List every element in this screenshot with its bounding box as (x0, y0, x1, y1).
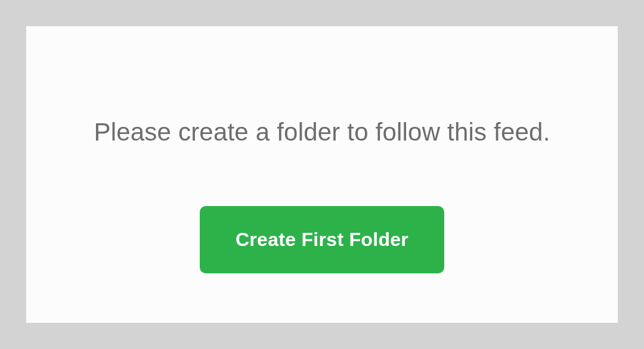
empty-state-message: Please create a folder to follow this fe… (94, 118, 550, 147)
empty-state-card: Please create a folder to follow this fe… (26, 26, 618, 323)
create-first-folder-button[interactable]: Create First Folder (200, 206, 444, 273)
